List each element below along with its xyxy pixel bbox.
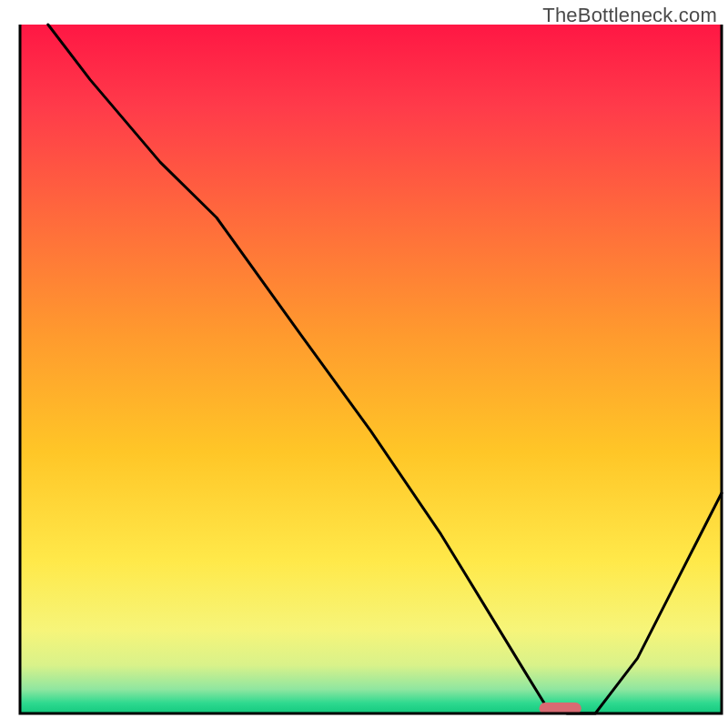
chart-container: TheBottleneck.com: [0, 0, 728, 728]
bottleneck-chart: [0, 0, 728, 728]
watermark-text: TheBottleneck.com: [542, 4, 717, 27]
chart-background: [20, 25, 722, 713]
